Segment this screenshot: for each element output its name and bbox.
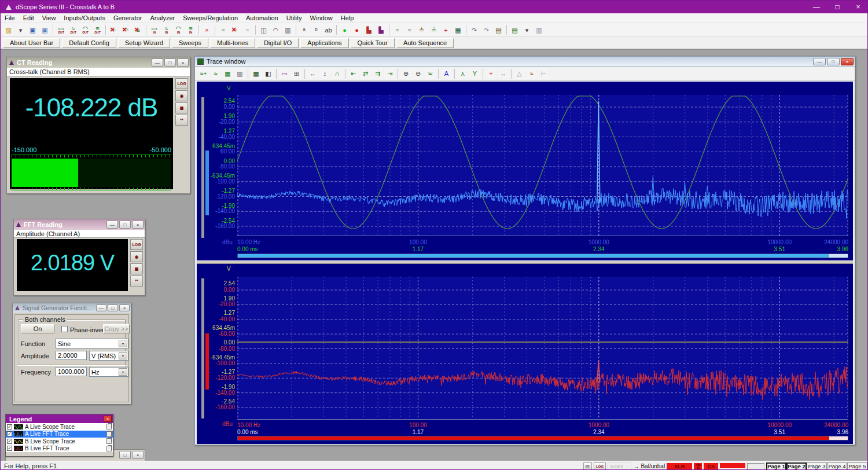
sweep-settle-icon[interactable]: ≟ bbox=[428, 24, 439, 35]
grid-settings-icon[interactable]: ⊞ bbox=[291, 68, 302, 79]
plot-channel-b[interactable] bbox=[237, 277, 848, 420]
menu-edit[interactable]: Edit bbox=[19, 14, 38, 22]
channel-check-b-icon[interactable]: ᵇ bbox=[311, 24, 322, 35]
axis-cross-icon[interactable]: + bbox=[440, 24, 451, 35]
menu-analyzer[interactable]: Analyzer bbox=[146, 14, 179, 22]
page-button-4[interactable]: Page 4 bbox=[827, 462, 847, 470]
x-scrollbar-thumb[interactable] bbox=[238, 254, 829, 258]
trace-legend-icon[interactable]: ◧ bbox=[263, 68, 274, 79]
menu-automation[interactable]: Automation bbox=[242, 14, 282, 22]
trace-visible-checkbox[interactable]: ✓ bbox=[7, 431, 12, 436]
sweep-chart-green-icon[interactable]: ▙ bbox=[376, 24, 387, 35]
axis-setup-icon[interactable]: ⊢ bbox=[538, 68, 549, 79]
fit-trace-icon[interactable]: ∩ bbox=[332, 68, 343, 79]
channel-check-ab-icon[interactable]: ab bbox=[323, 24, 334, 35]
automation-script-icon[interactable]: ▤ bbox=[493, 24, 504, 35]
mute-output-meter-icon[interactable]: ◠× bbox=[120, 24, 131, 35]
signal-generator-titlebar[interactable]: Signal Generator Functi... — □ × bbox=[13, 303, 131, 313]
restore-button[interactable]: □ bbox=[827, 1, 848, 13]
add-marker-icon[interactable]: + bbox=[486, 68, 496, 79]
trace-visible-checkbox[interactable]: ✓ bbox=[7, 439, 12, 444]
menu-window[interactable]: Window bbox=[306, 14, 337, 22]
menu-utility[interactable]: Utility bbox=[282, 14, 306, 22]
userbar-quick-tour[interactable]: Quick Tour bbox=[351, 38, 395, 48]
siggen-close-button[interactable]: × bbox=[119, 304, 130, 311]
userbar-sweeps[interactable]: Sweeps bbox=[172, 38, 208, 48]
copy-trace-icon[interactable] bbox=[106, 424, 112, 429]
mute-input-icon[interactable]: × bbox=[201, 24, 212, 35]
open-dropdown[interactable]: ▾ bbox=[15, 24, 26, 35]
pin-window-button[interactable]: ** bbox=[130, 276, 143, 287]
fragment-restore-button[interactable]: □ bbox=[119, 451, 131, 459]
scope-trace-icon[interactable]: ≈ bbox=[218, 24, 229, 35]
legend-titlebar[interactable]: Legend x bbox=[6, 414, 113, 423]
sweep-multi-icon[interactable]: ≛ bbox=[416, 24, 427, 35]
signal-generator-icon[interactable]: ≈OUT bbox=[68, 24, 79, 35]
analog-output-icon[interactable]: ▭OUT bbox=[56, 24, 67, 35]
meter-view-button[interactable]: ◉ bbox=[130, 251, 143, 262]
minimize-button[interactable]: — bbox=[806, 1, 827, 13]
multitone-out-icon[interactable]: ≡OUT bbox=[92, 24, 103, 35]
siggen-minimize-button[interactable]: — bbox=[96, 304, 106, 311]
run-icon[interactable]: ● bbox=[339, 24, 350, 35]
log-status-icon[interactable]: LOG bbox=[594, 462, 606, 470]
shift-down-icon[interactable]: ≈ bbox=[526, 68, 537, 79]
copy-trace-icon[interactable] bbox=[106, 438, 112, 444]
phase-invert-checkbox[interactable] bbox=[61, 326, 68, 332]
y-scroll-track[interactable] bbox=[201, 278, 204, 418]
plot-channel-a[interactable] bbox=[237, 95, 848, 236]
regulate-once-icon[interactable]: ↷ bbox=[481, 24, 492, 35]
sweep-chart-red-icon[interactable]: ▙ bbox=[363, 24, 374, 35]
panel-splitter[interactable] bbox=[197, 260, 853, 264]
add-trace-icon[interactable]: ≈+ bbox=[198, 68, 209, 79]
close-button[interactable]: × bbox=[848, 1, 868, 13]
fft-restore-button[interactable]: □ bbox=[119, 221, 131, 229]
userbar-setup-wizard[interactable]: Setup Wizard bbox=[118, 38, 170, 48]
x-scrollbar[interactable] bbox=[237, 436, 848, 440]
log-readings-button[interactable]: LOG bbox=[130, 239, 143, 250]
pin-window-button[interactable]: ** bbox=[175, 115, 188, 126]
chevron-down-icon[interactable]: ▾ bbox=[119, 340, 127, 347]
userbar-auto-sequence[interactable]: Auto Sequence bbox=[396, 38, 454, 48]
userbar-about-user-bar[interactable]: About User Bar bbox=[3, 38, 60, 48]
mute-generator-icon[interactable]: ≈× bbox=[108, 24, 119, 35]
y-scroll-track[interactable] bbox=[201, 97, 204, 238]
screen-capture-icon[interactable]: ▦ bbox=[453, 24, 464, 35]
copy-traces-icon[interactable]: ▥ bbox=[234, 68, 245, 79]
save-config-icon[interactable]: ▣ bbox=[27, 24, 38, 35]
function-select[interactable]: Sine ▾ bbox=[56, 339, 128, 348]
output-meter-icon[interactable]: ◠OUT bbox=[80, 24, 91, 35]
mute-multitone-icon[interactable]: ≡× bbox=[133, 24, 144, 35]
fft-reading-titlebar[interactable]: FFT Reading — □ × bbox=[14, 219, 145, 230]
legend-item-4[interactable]: ✓B Live FFT Trace bbox=[6, 445, 113, 453]
menu-file[interactable]: File bbox=[1, 14, 19, 22]
menu-view[interactable]: View bbox=[38, 14, 60, 22]
zoom-out-icon[interactable]: ⊖ bbox=[413, 68, 424, 79]
legend-close-button[interactable]: x bbox=[104, 416, 112, 422]
page-button-3[interactable]: Page 3 bbox=[807, 462, 827, 470]
channel-check-a-icon[interactable]: ᵃ bbox=[299, 24, 310, 35]
fft-close-button[interactable]: × bbox=[132, 221, 144, 229]
print-status-icon[interactable]: ▤ bbox=[583, 462, 593, 470]
bargraph-window-icon[interactable]: ▥ bbox=[282, 24, 293, 35]
frequency-unit-select[interactable]: Hz ▾ bbox=[89, 367, 128, 377]
ct-restore-button[interactable]: □ bbox=[164, 58, 176, 67]
y-scroll-thumb[interactable] bbox=[205, 150, 209, 215]
menu-sweeps-regulation[interactable]: Sweeps/Regulation bbox=[179, 14, 242, 22]
sweep-trace-icon[interactable]: ≈ bbox=[242, 24, 253, 35]
chevron-down-icon[interactable]: ▾ bbox=[119, 368, 127, 376]
pan-right-icon[interactable]: ⇉ bbox=[372, 68, 383, 79]
cursor-one-icon[interactable]: ⋏ bbox=[457, 68, 468, 79]
amplitude-unit-select[interactable]: V (RMS) ▾ bbox=[89, 351, 128, 361]
page-button-2[interactable]: Page 2 bbox=[786, 462, 807, 470]
export-dropdown[interactable]: ▾ bbox=[521, 24, 532, 35]
trace-visible-checkbox[interactable]: ✓ bbox=[7, 446, 12, 451]
input-meter-icon[interactable]: ◠IN bbox=[173, 24, 184, 35]
reading-window-icon[interactable]: ◫ bbox=[258, 24, 269, 35]
page-button-1[interactable]: Page 1 bbox=[766, 462, 786, 470]
amplitude-input[interactable]: 2.0000 bbox=[56, 351, 87, 360]
sweep-step-icon[interactable]: ≈ bbox=[404, 24, 415, 35]
link-cursors-icon[interactable]: ↔ bbox=[498, 68, 509, 79]
copy-trace-icon[interactable] bbox=[106, 446, 112, 451]
trace-minimize-button[interactable]: — bbox=[813, 58, 826, 65]
